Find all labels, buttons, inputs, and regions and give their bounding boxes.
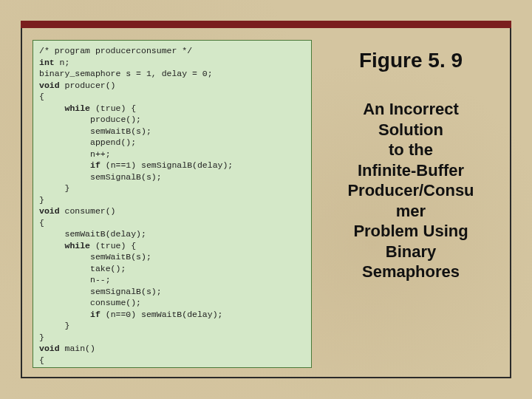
code-listing: /* program producerconsumer */int n;bina… [33, 40, 312, 368]
keyword: while [65, 103, 91, 113]
figure-caption: An IncorrectSolutionto theInfinite-Buffe… [322, 99, 499, 282]
code-line: append(); [39, 137, 307, 149]
caption-line: to the [322, 140, 499, 160]
keyword: void [39, 206, 60, 216]
code-line: if (n==1) semSignalB(delay); [39, 160, 307, 171]
caption-line: Problem Using [322, 221, 499, 242]
text-column: Figure 5. 9 An IncorrectSolutionto theIn… [312, 31, 510, 377]
code-line: void main() [39, 343, 307, 355]
code-line: n = 0; [39, 366, 307, 368]
code-line: { [39, 217, 307, 229]
code-line: semWaitB(s); [39, 251, 307, 263]
code-line: int n; [39, 57, 307, 69]
code-line: void consumer() [39, 205, 307, 217]
code-line: consume(); [39, 297, 307, 309]
code-line: /* program producerconsumer */ [39, 45, 307, 57]
caption-line: An Incorrect [322, 99, 499, 120]
code-line: { [39, 355, 307, 366]
caption-line: Semaphores [322, 262, 499, 282]
code-line: } [39, 194, 307, 206]
code-line: produce(); [39, 114, 307, 126]
keyword: while [65, 241, 91, 250]
code-line: semWaitB(s); [39, 126, 307, 137]
caption-line: Binary [322, 242, 499, 262]
code-line: take(); [39, 263, 307, 275]
code-line: binary_semaphore s = 1, delay = 0; [39, 68, 307, 80]
caption-line: Infinite-Buffer [322, 160, 499, 181]
figure-number: Figure 5. 9 [322, 49, 499, 72]
code-line: if (n==0) semWaitB(delay); [39, 309, 307, 321]
code-line: while (true) { [39, 240, 307, 252]
keyword: if [90, 310, 100, 319]
code-line: } [39, 183, 307, 194]
caption-line: Solution [322, 120, 499, 140]
code-line: void producer() [39, 80, 307, 92]
slide-content: /* program producerconsumer */int n;bina… [22, 31, 510, 377]
keyword: void [39, 344, 60, 353]
code-line: while (true) { [39, 103, 307, 115]
keyword: int [39, 58, 55, 67]
code-line: n++; [39, 149, 307, 160]
caption-line: mer [322, 201, 499, 222]
code-line: semWaitB(delay); [39, 228, 307, 240]
keyword: void [39, 81, 60, 90]
code-line: semSignalB(s); [39, 286, 307, 298]
code-line: { [39, 91, 307, 103]
keyword: if [90, 160, 100, 170]
code-line: } [39, 320, 307, 332]
code-line: } [39, 332, 307, 344]
caption-line: Producer/Consu [322, 180, 499, 201]
slide-frame: /* program producerconsumer */int n;bina… [21, 21, 511, 378]
code-line: semSignalB(s); [39, 171, 307, 183]
code-line: n--; [39, 274, 307, 286]
